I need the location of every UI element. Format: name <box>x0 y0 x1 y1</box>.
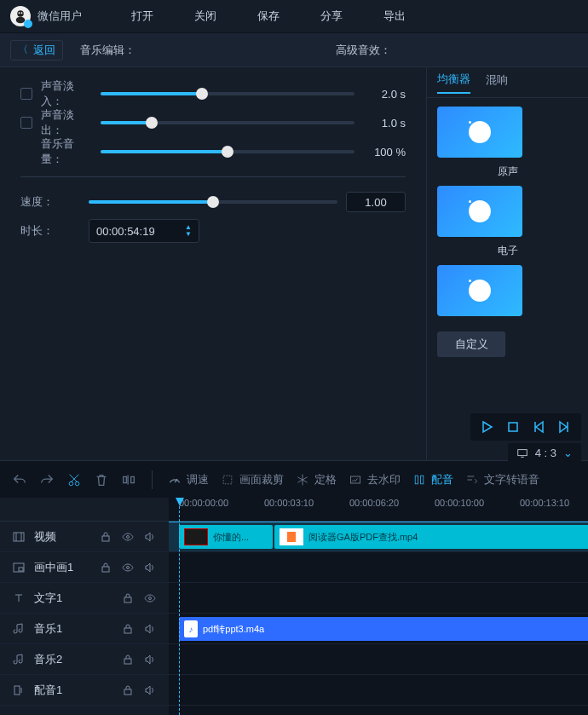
volume-slider[interactable] <box>101 150 355 153</box>
menu-save[interactable]: 保存 <box>240 9 297 24</box>
panel-title-left: 音乐编辑： <box>80 43 135 58</box>
tick-3: 00:00:10:00 <box>435 498 484 508</box>
effects-list: 原声 电子 自定义 <box>427 98 588 366</box>
svg-point-1 <box>16 17 26 24</box>
svg-rect-25 <box>287 532 296 542</box>
tick-1: 00:00:03:10 <box>264 498 314 508</box>
svg-point-20 <box>149 597 152 599</box>
lane-text[interactable] <box>169 583 588 614</box>
speaker-icon[interactable] <box>143 683 157 697</box>
edit-toolbar: 调速 画面裁剪 定格 去水印 配音 文字转语音 <box>0 460 588 498</box>
clip-video-1[interactable]: 你懂的... <box>179 525 273 549</box>
lock-icon[interactable] <box>99 530 112 544</box>
lane-music2[interactable] <box>169 644 588 675</box>
tool-crop[interactable]: 画面裁剪 <box>221 472 284 487</box>
back-button[interactable]: 〈 返回 <box>10 40 63 61</box>
user-avatar[interactable] <box>10 6 31 26</box>
playback-controls <box>470 413 581 441</box>
panel-title-right: 高级音效： <box>322 43 578 58</box>
svg-point-0 <box>17 10 24 17</box>
prev-icon[interactable] <box>532 420 545 434</box>
duration-row: 时长： 00:00:54:19 ▲▼ <box>20 216 406 245</box>
track-video[interactable]: 视频 <box>0 522 169 552</box>
speaker-icon[interactable] <box>143 530 157 544</box>
lock-icon[interactable] <box>99 561 112 574</box>
speaker-icon[interactable] <box>143 561 157 574</box>
clip-label: 阅读器GA版PDF查找.mp4 <box>308 531 418 544</box>
fade-in-checkbox[interactable] <box>20 88 32 100</box>
track-dub[interactable]: 配音1 <box>0 675 169 706</box>
lane-music1[interactable]: ♪ pdf转ppt3.m4a <box>169 614 588 644</box>
delete-icon[interactable] <box>94 472 109 487</box>
lane-video[interactable]: 你懂的... 阅读器GA版PDF查找.mp4 <box>169 522 588 552</box>
menu-share[interactable]: 分享 <box>303 9 360 24</box>
duration-label: 时长： <box>20 223 80 239</box>
lane-dub[interactable] <box>169 675 588 706</box>
clip-label: 你懂的... <box>213 531 249 544</box>
clip-audio-1[interactable]: ♪ pdf转ppt3.m4a <box>179 617 588 641</box>
fade-in-slider[interactable] <box>101 92 355 95</box>
menubar: 微信用户 打开 关闭 保存 分享 导出 <box>0 0 588 32</box>
track-area[interactable]: 00:00:00:00 00:00:03:10 00:00:06:20 00:0… <box>169 498 588 715</box>
duration-input[interactable]: 00:00:54:19 ▲▼ <box>89 219 199 243</box>
clip-video-2[interactable]: 阅读器GA版PDF查找.mp4 <box>274 525 588 549</box>
chevron-down-icon[interactable]: ▼ <box>185 231 192 238</box>
track-text[interactable]: 文字1 <box>0 583 169 614</box>
music-icon <box>12 653 26 666</box>
menu-open[interactable]: 打开 <box>114 9 170 24</box>
menu-export[interactable]: 导出 <box>366 9 423 24</box>
track-text-label: 文字1 <box>34 591 112 606</box>
fade-out-checkbox[interactable] <box>20 117 32 129</box>
eye-icon[interactable] <box>121 561 135 574</box>
lock-icon[interactable] <box>121 591 135 605</box>
speaker-icon[interactable] <box>143 622 157 636</box>
tab-equalizer[interactable]: 均衡器 <box>437 72 470 94</box>
custom-button[interactable]: 自定义 <box>437 332 505 357</box>
next-icon[interactable] <box>557 420 571 434</box>
lock-icon[interactable] <box>121 622 135 636</box>
fade-out-slider[interactable] <box>101 121 355 124</box>
stop-icon[interactable] <box>506 420 520 434</box>
cut-icon[interactable] <box>66 472 82 487</box>
effect-card-electronic[interactable] <box>437 186 522 237</box>
effect-card-3[interactable] <box>437 265 522 316</box>
tab-reverb[interactable]: 混响 <box>486 72 508 93</box>
aspect-selector[interactable]: 4 : 3 ⌄ <box>508 443 581 463</box>
text-icon <box>12 591 26 605</box>
effect-card-original[interactable] <box>437 107 522 158</box>
clip-thumbnail <box>280 528 303 545</box>
speed-slider[interactable] <box>89 200 337 204</box>
music-icon <box>12 622 26 636</box>
penguin-icon <box>13 9 28 24</box>
undo-icon[interactable] <box>12 472 27 487</box>
speaker-icon[interactable] <box>143 653 157 666</box>
redo-icon[interactable] <box>39 472 55 487</box>
lock-icon[interactable] <box>121 653 135 666</box>
speed-label: 速度： <box>20 194 80 210</box>
lock-icon[interactable] <box>121 683 135 697</box>
play-icon[interactable] <box>481 420 494 434</box>
track-pip[interactable]: 画中画1 <box>0 552 169 583</box>
track-music1[interactable]: 音乐1 <box>0 614 169 644</box>
tool-speed[interactable]: 调速 <box>168 472 209 487</box>
pip-icon <box>12 561 26 574</box>
tool-dub[interactable]: 配音 <box>412 472 453 487</box>
tool-watermark[interactable]: 去水印 <box>349 472 401 487</box>
tool-freeze[interactable]: 定格 <box>296 472 337 487</box>
track-music2[interactable]: 音乐2 <box>0 644 169 675</box>
split-icon[interactable] <box>121 472 136 487</box>
eye-icon[interactable] <box>143 591 157 605</box>
clip-thumbnail <box>184 528 208 545</box>
tick-0: 00:00:00:00 <box>179 498 228 508</box>
tool-tts[interactable]: 文字转语音 <box>465 472 539 487</box>
playhead[interactable] <box>179 498 180 715</box>
menu-close[interactable]: 关闭 <box>177 9 233 24</box>
tool-watermark-label: 去水印 <box>367 472 401 487</box>
time-ruler[interactable]: 00:00:00:00 00:00:03:10 00:00:06:20 00:0… <box>169 498 588 522</box>
svg-rect-17 <box>102 567 109 572</box>
speed-value-box[interactable]: 1.00 <box>346 192 406 212</box>
duration-spinner[interactable]: ▲▼ <box>185 224 192 238</box>
main-panel: 声音淡入： 2.0 s 声音淡出： 1.0 s 音乐音量： 100 % 速度 <box>0 66 588 460</box>
lane-pip[interactable] <box>169 552 588 583</box>
eye-icon[interactable] <box>121 530 135 544</box>
